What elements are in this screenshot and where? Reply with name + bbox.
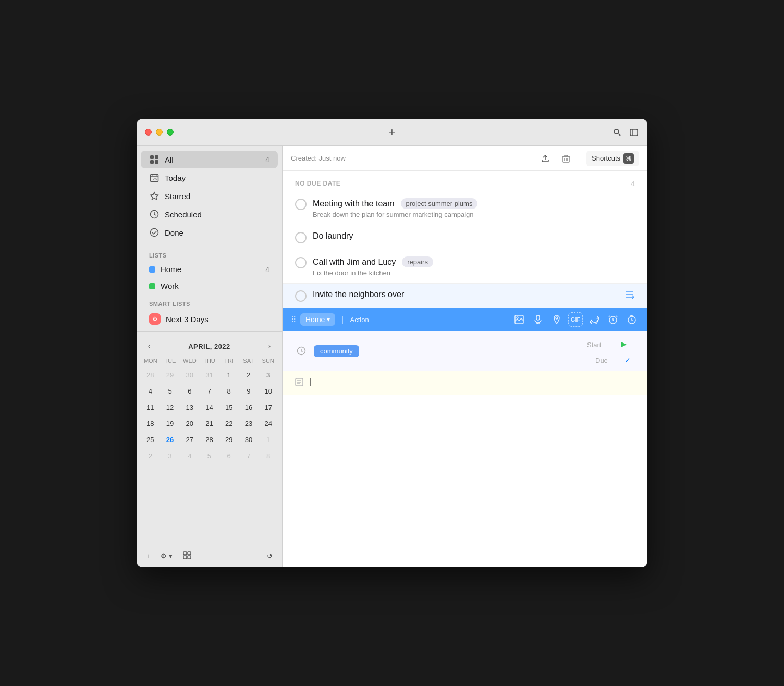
active-task-bar: ⠿ Home ▾ | Action <box>283 308 647 331</box>
calendar-day[interactable]: 30 <box>182 368 197 382</box>
sidebar-toggle-icon[interactable] <box>629 127 639 138</box>
calendar-day[interactable]: 25 <box>143 432 157 447</box>
task-checkbox-laundry[interactable] <box>295 232 307 243</box>
calendar-day[interactable]: 4 <box>182 448 197 463</box>
calendar-day[interactable]: 2 <box>241 368 256 382</box>
calendar-day[interactable]: 29 <box>222 432 236 447</box>
calendar-month-label: APRIL, 2022 <box>157 342 261 350</box>
delete-button[interactable] <box>559 151 573 166</box>
repeat-icon[interactable] <box>587 312 602 327</box>
svg-rect-19 <box>188 556 191 559</box>
sidebar-item-today[interactable]: 26 Today <box>141 169 278 187</box>
sidebar-item-home[interactable]: Home 4 <box>141 261 278 277</box>
calendar-day[interactable]: 30 <box>241 432 256 447</box>
calendar-day[interactable]: 27 <box>182 432 197 447</box>
tag-chip-community[interactable]: community <box>314 345 359 357</box>
sidebar-work-label: Work <box>161 281 270 290</box>
calendar-day[interactable]: 3 <box>261 368 276 382</box>
calendar-day[interactable]: 16 <box>241 400 256 414</box>
calendar-day[interactable]: 5 <box>163 384 177 398</box>
sidebar-item-scheduled[interactable]: Scheduled <box>141 205 278 223</box>
task-item-meeting[interactable]: Meeting with the team project summer plu… <box>283 192 647 225</box>
grid-view-button[interactable] <box>180 549 194 563</box>
clock-reminder-icon[interactable] <box>606 312 620 327</box>
titlebar: + <box>137 119 647 146</box>
calendar-day[interactable]: 3 <box>163 448 177 463</box>
image-icon[interactable] <box>512 312 526 327</box>
shortcuts-button[interactable]: Shortcuts ⌘ <box>586 151 639 166</box>
task-item-call[interactable]: Call with Jim and Lucy repairs Fix the d… <box>283 250 647 284</box>
calendar-day[interactable]: 1 <box>222 368 236 382</box>
sidebar-item-work[interactable]: Work <box>141 278 278 294</box>
task-checkbox-call[interactable] <box>295 257 307 268</box>
share-button[interactable] <box>538 151 553 166</box>
location-icon[interactable] <box>549 312 564 327</box>
action-label[interactable]: Action <box>350 316 369 324</box>
close-button[interactable] <box>145 129 152 136</box>
calendar-day[interactable]: 19 <box>163 416 177 431</box>
calendar-day[interactable]: 20 <box>182 416 197 431</box>
note-cursor[interactable]: | <box>310 377 312 386</box>
svg-point-0 <box>614 129 619 134</box>
calendar-day[interactable]: 22 <box>222 416 236 431</box>
calendar-day[interactable]: 6 <box>222 448 236 463</box>
task-checkbox-meeting[interactable] <box>295 199 307 210</box>
maximize-button[interactable] <box>167 129 174 136</box>
task-checkbox-neighbors[interactable] <box>295 290 307 302</box>
calendar-day[interactable]: 11 <box>143 400 157 414</box>
search-icon[interactable] <box>612 127 622 138</box>
svg-rect-16 <box>183 552 187 555</box>
calendar-day[interactable]: 17 <box>261 400 276 414</box>
sidebar-item-done[interactable]: Done <box>141 224 278 241</box>
calendar-day[interactable]: 10 <box>261 384 276 398</box>
calendar-day[interactable]: 18 <box>143 416 157 431</box>
calendar-day[interactable]: 14 <box>202 400 216 414</box>
calendar-day[interactable]: 8 <box>261 448 276 463</box>
calendar-day[interactable]: 13 <box>182 400 197 414</box>
calendar-day[interactable]: 5 <box>202 448 216 463</box>
gif-icon[interactable]: GIF <box>568 312 583 327</box>
calendar-day[interactable]: 6 <box>182 384 197 398</box>
drag-handle[interactable]: ⠿ <box>291 315 296 324</box>
task-tag-call[interactable]: repairs <box>402 256 433 267</box>
calendar-day[interactable]: 4 <box>143 384 157 398</box>
timer-icon[interactable] <box>624 312 639 327</box>
sidebar-item-all[interactable]: All 4 <box>141 151 278 168</box>
calendar-day[interactable]: 7 <box>202 384 216 398</box>
calendar-day[interactable]: 24 <box>261 416 276 431</box>
calendar-day[interactable]: 23 <box>241 416 256 431</box>
sidebar-item-starred[interactable]: Starred <box>141 187 278 205</box>
refresh-icon: ↺ <box>267 552 273 560</box>
calendar-day-today[interactable]: 26 <box>163 432 177 447</box>
add-task-button[interactable]: + <box>384 124 400 141</box>
calendar-day[interactable]: 29 <box>163 368 177 382</box>
calendar-prev-button[interactable]: ‹ <box>143 340 155 352</box>
calendar-day[interactable]: 28 <box>202 432 216 447</box>
due-row: Due ✓ <box>595 355 631 365</box>
calendar-day[interactable]: 2 <box>143 448 157 463</box>
calendar-day[interactable]: 21 <box>202 416 216 431</box>
calendar-next-button[interactable]: › <box>263 340 276 352</box>
calendar-day[interactable]: 1 <box>261 432 276 447</box>
task-item-laundry[interactable]: Do laundry <box>283 225 647 250</box>
calendar-day[interactable]: 9 <box>241 384 256 398</box>
calendar-day[interactable]: 15 <box>222 400 236 414</box>
microphone-icon[interactable] <box>531 312 545 327</box>
calendar-day[interactable]: 8 <box>222 384 236 398</box>
start-play-icon[interactable] <box>616 337 631 352</box>
list-selector-button[interactable]: Home ▾ <box>300 313 335 326</box>
refresh-button[interactable]: ↺ <box>264 550 276 562</box>
task-item-neighbors[interactable]: Invite the neighbors over <box>283 284 647 308</box>
settings-chevron-icon: ▾ <box>169 552 173 560</box>
traffic-lights <box>145 129 174 136</box>
sidebar-item-next3days[interactable]: ⚙ Next 3 Days <box>141 310 278 328</box>
calendar-day[interactable]: 12 <box>163 400 177 414</box>
task-menu-icon[interactable] <box>624 290 635 301</box>
task-tag-meeting[interactable]: project summer plums <box>401 198 478 209</box>
minimize-button[interactable] <box>156 129 163 136</box>
settings-button[interactable]: ⚙ ▾ <box>157 550 176 562</box>
calendar-day[interactable]: 28 <box>143 368 157 382</box>
add-list-button[interactable]: + <box>143 550 153 562</box>
calendar-day[interactable]: 7 <box>241 448 256 463</box>
calendar-day[interactable]: 31 <box>202 368 216 382</box>
